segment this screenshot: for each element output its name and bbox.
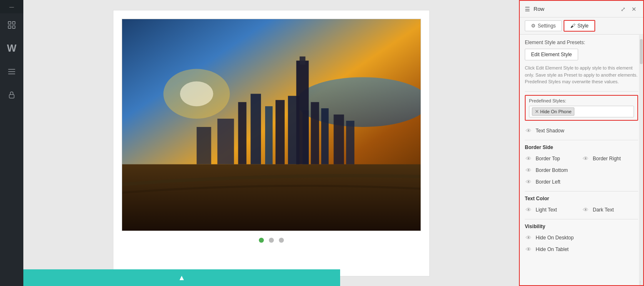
page-frame xyxy=(113,10,430,276)
svg-rect-21 xyxy=(296,60,308,164)
border-top-right-row: 👁 Border Top 👁 Border Right xyxy=(525,153,638,164)
bottom-bar[interactable]: ▲ xyxy=(23,269,340,286)
panel-scroll[interactable]: Element Style and Presets: Edit Element … xyxy=(520,35,643,285)
visibility-heading: Visibility xyxy=(525,224,638,229)
svg-point-10 xyxy=(180,81,213,106)
inner-panel: Element Style and Presets: Edit Element … xyxy=(520,35,643,260)
sidebar-icon-lock[interactable] xyxy=(0,83,23,107)
hide-on-tablet-row[interactable]: 👁 Hide On Tablet xyxy=(525,244,638,255)
svg-rect-1 xyxy=(13,22,15,24)
edit-element-style-button[interactable]: Edit Element Style xyxy=(525,49,578,60)
border-left-row[interactable]: 👁 Border Left xyxy=(525,176,638,188)
panel-title-area: ☰ Row xyxy=(525,6,544,12)
panel-close-btn[interactable]: ✕ xyxy=(630,5,638,13)
border-top-label: Border Top xyxy=(536,156,560,162)
hide-on-desktop-row[interactable]: 👁 Hide On Desktop xyxy=(525,232,638,244)
tab-style[interactable]: 🖌 Style xyxy=(564,20,595,32)
panel-expand-btn[interactable]: ⤢ xyxy=(619,5,627,13)
border-side-heading: Border Side xyxy=(525,144,638,150)
hide-on-desktop-label: Hide On Desktop xyxy=(536,235,574,241)
slider-dots xyxy=(259,238,284,243)
sidebar-top-bar: — xyxy=(0,0,23,13)
text-color-row: 👁 Light Text 👁 Dark Text xyxy=(525,204,638,216)
resize-handle[interactable]: ⋮ xyxy=(637,279,643,285)
dot-3[interactable] xyxy=(279,238,284,243)
eye-icon-text-shadow[interactable]: 👁 xyxy=(525,127,532,134)
border-top-row[interactable]: 👁 Border Top xyxy=(525,153,581,164)
eye-icon-hide-tablet[interactable]: 👁 xyxy=(525,246,532,253)
border-right-label: Border Right xyxy=(593,156,621,162)
panel-header-actions: ⤢ ✕ xyxy=(619,5,638,13)
svg-rect-23 xyxy=(217,119,234,164)
bottom-bar-arrow-icon: ▲ xyxy=(178,274,185,282)
dot-2[interactable] xyxy=(269,238,274,243)
svg-rect-0 xyxy=(8,22,11,24)
hide-on-tablet-label: Hide On Tablet xyxy=(536,246,569,252)
text-color-heading: Text Color xyxy=(525,196,638,201)
slider-container[interactable] xyxy=(122,19,421,231)
svg-rect-19 xyxy=(311,102,319,164)
svg-rect-3 xyxy=(13,26,15,28)
eye-icon-border-bottom[interactable]: 👁 xyxy=(525,167,532,174)
eye-icon-hide-desktop[interactable]: 👁 xyxy=(525,234,532,241)
tab-settings[interactable]: ⚙ Settings xyxy=(525,20,562,31)
svg-rect-24 xyxy=(196,127,211,164)
text-shadow-label: Text Shadow xyxy=(536,128,564,134)
text-shadow-row[interactable]: 👁 Text Shadow xyxy=(525,125,638,137)
settings-icon: ⚙ xyxy=(531,23,536,29)
divider-4 xyxy=(525,219,638,219)
predefined-styles-input[interactable]: ✕ Hide On Phone xyxy=(529,106,634,117)
light-text-label: Light Text xyxy=(536,207,557,213)
right-panel: ☰ Row ⤢ ✕ ⚙ Settings 🖌 Style Element Sty… xyxy=(519,0,644,286)
eye-icon-light-text[interactable]: 👁 xyxy=(525,206,532,213)
dot-1[interactable] xyxy=(259,238,264,243)
border-right-row[interactable]: 👁 Border Right xyxy=(582,153,638,164)
tag-label: Hide On Phone xyxy=(540,109,571,114)
dark-text-label: Dark Text xyxy=(593,207,614,213)
dark-text-row[interactable]: 👁 Dark Text xyxy=(582,204,638,216)
divider-1 xyxy=(525,91,638,92)
svg-rect-25 xyxy=(333,114,344,164)
svg-rect-16 xyxy=(275,100,284,164)
border-left-label: Border Left xyxy=(536,179,560,185)
predefined-label: Predefined Styles: xyxy=(529,98,634,103)
border-bottom-row[interactable]: 👁 Border Bottom xyxy=(525,164,638,176)
element-style-heading: Element Style and Presets: xyxy=(525,40,638,45)
eye-icon-border-top[interactable]: 👁 xyxy=(525,155,532,162)
svg-rect-14 xyxy=(251,94,261,164)
eye-icon-dark-text[interactable]: 👁 xyxy=(582,206,589,213)
sidebar: — W xyxy=(0,0,23,286)
svg-rect-2 xyxy=(8,26,11,28)
svg-rect-20 xyxy=(321,108,328,164)
sidebar-icon-wordpress[interactable]: W xyxy=(0,37,23,60)
vertical-scrollbar[interactable] xyxy=(639,35,643,285)
panel-title: Row xyxy=(534,6,544,12)
sidebar-icon-grid[interactable] xyxy=(0,13,23,37)
scrollbar-thumb[interactable] xyxy=(640,39,643,64)
panel-icon: ☰ xyxy=(525,6,530,12)
border-bottom-label: Border Bottom xyxy=(536,167,568,173)
eye-icon-border-left[interactable]: 👁 xyxy=(525,179,532,185)
tag-remove-icon[interactable]: ✕ xyxy=(535,109,539,114)
element-style-section: Element Style and Presets: Edit Element … xyxy=(525,40,638,85)
canvas-area: ▲ xyxy=(23,0,519,286)
predefined-styles-section: Predefined Styles: ✕ Hide On Phone xyxy=(525,95,638,121)
svg-rect-7 xyxy=(9,95,14,98)
sidebar-icon-list[interactable] xyxy=(0,60,23,83)
divider-3 xyxy=(525,191,638,191)
svg-rect-13 xyxy=(238,102,246,164)
hide-on-phone-tag[interactable]: ✕ Hide On Phone xyxy=(532,107,574,116)
style-brush-icon: 🖌 xyxy=(570,23,575,29)
eye-icon-border-right[interactable]: 👁 xyxy=(582,155,589,162)
svg-rect-22 xyxy=(299,56,305,65)
element-style-description: Click Edit Element Style to apply style … xyxy=(525,65,638,85)
svg-rect-15 xyxy=(265,106,273,164)
light-text-row[interactable]: 👁 Light Text xyxy=(525,204,581,216)
panel-header: ☰ Row ⤢ ✕ xyxy=(520,1,643,17)
panel-tabs: ⚙ Settings 🖌 Style xyxy=(520,17,643,35)
divider-2 xyxy=(525,140,638,140)
svg-rect-26 xyxy=(346,121,354,164)
